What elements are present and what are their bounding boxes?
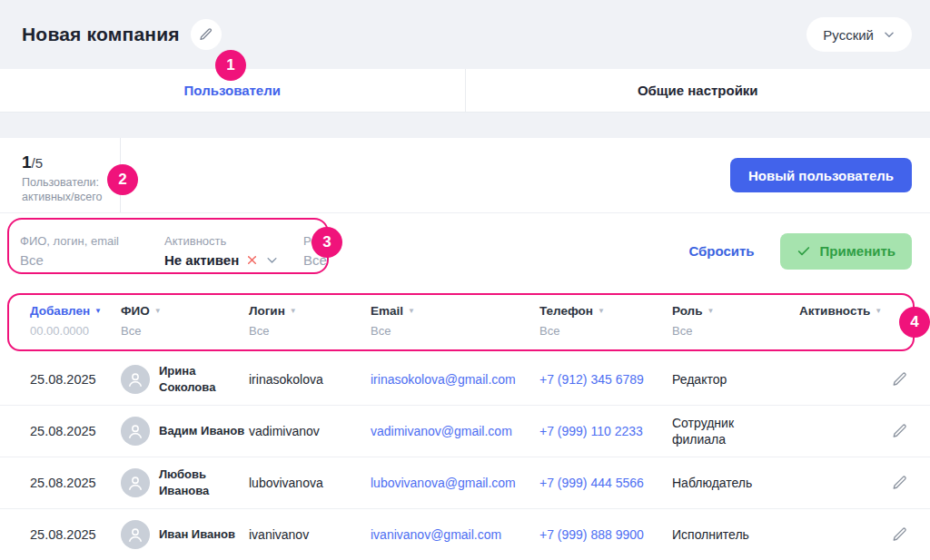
users-stats-card: 1/5 Пользователи: активных/всего [0, 138, 121, 212]
edit-user-button[interactable] [888, 471, 912, 495]
tab-general-settings-label: Общие настройки [638, 83, 758, 98]
cell-email[interactable]: ivanivanov@gmail.com [371, 527, 539, 542]
tab-users-label: Пользователи [184, 83, 281, 98]
filter-role-label: Роль [303, 234, 330, 248]
edit-user-button[interactable] [888, 523, 912, 546]
pencil-icon [892, 423, 908, 439]
filter-search-label: ФИО, логин, email [20, 234, 141, 248]
sort-caret-icon: ▼ [154, 307, 162, 315]
cell-login: ivanivanov [249, 527, 371, 542]
filter-activity-label: Активность [164, 234, 280, 248]
users-count-caption: Пользователи: активных/всего [22, 175, 120, 205]
sort-caret-icon: ▼ [707, 307, 714, 315]
column-login[interactable]: Логин▼ Все [249, 304, 371, 338]
filter-role-value: Все [303, 252, 330, 268]
table-row: 25.08.2025 Ирина Соколова irinasokolova … [0, 354, 930, 406]
active-users-count: 1 [22, 152, 32, 172]
pencil-icon [892, 475, 908, 491]
edit-company-name-button[interactable] [191, 19, 222, 50]
sort-caret-icon: ▼ [94, 307, 102, 315]
table-row: 25.08.2025 Иван Иванов ivanivanov ivaniv… [0, 509, 930, 560]
sort-caret-icon: ▼ [408, 307, 415, 315]
language-selector[interactable]: Русский [806, 17, 912, 52]
cell-date: 25.08.2025 [30, 424, 121, 438]
cell-fio: Иван Иванов [121, 520, 249, 549]
table-row: 25.08.2025 Вадим Иванов vadimivanov vadi… [0, 406, 930, 457]
sort-caret-icon: ▼ [598, 307, 605, 315]
table-body: 25.08.2025 Ирина Соколова irinasokolova … [0, 354, 930, 560]
sort-caret-icon: ▼ [875, 307, 882, 315]
cell-fio: Ирина Соколова [121, 363, 249, 395]
cell-phone[interactable]: +7 (999) 444 5566 [539, 476, 672, 490]
new-user-button[interactable]: Новый пользователь [730, 158, 912, 192]
cell-role: Исполнитель [672, 526, 770, 543]
user-name: Любовь Иванова [159, 467, 245, 498]
user-name: Иван Иванов [159, 526, 235, 543]
edit-user-button[interactable] [888, 368, 912, 391]
cell-phone[interactable]: +7 (999) 110 2233 [539, 424, 672, 438]
column-fio[interactable]: ФИО▼ Все [121, 304, 249, 338]
date-filter-placeholder[interactable]: 00.00.0000 [30, 324, 121, 338]
pencil-icon [892, 371, 908, 388]
user-avatar-icon [121, 468, 150, 497]
table-row: 25.08.2025 Любовь Иванова lubovivanova l… [0, 457, 930, 509]
language-label: Русский [823, 27, 874, 43]
tab-users[interactable]: Пользователи [0, 69, 465, 112]
apply-filters-button[interactable]: Применить [780, 233, 912, 270]
cell-login: vadimivanov [249, 424, 371, 438]
column-phone[interactable]: Телефон▼ Все [539, 304, 672, 338]
users-count: 1/5 [22, 152, 120, 172]
tab-bar: Пользователи Общие настройки [0, 69, 930, 113]
cell-role: Наблюдатель [672, 475, 770, 491]
cell-date: 25.08.2025 [30, 527, 121, 542]
tab-general-settings[interactable]: Общие настройки [465, 69, 930, 112]
app-window: Новая компания Русский Пользователи Общи… [0, 0, 930, 560]
column-activity[interactable]: Активность▼ [799, 304, 888, 318]
cell-email[interactable]: lubovivanova@gmail.com [371, 476, 539, 490]
column-added[interactable]: Добавлен▼ 00.00.0000 [30, 304, 121, 338]
sort-caret-icon: ▼ [290, 307, 297, 315]
cell-email[interactable]: irinasokolova@gmail.com [371, 372, 539, 387]
user-name: Вадим Иванов [159, 423, 244, 439]
user-avatar-icon [121, 520, 150, 549]
cell-phone[interactable]: +7 (999) 888 9900 [539, 527, 672, 542]
cell-role: Редактор [672, 371, 770, 388]
cell-phone[interactable]: +7 (912) 345 6789 [539, 372, 672, 387]
user-avatar-icon [121, 417, 150, 446]
cell-login: lubovivanova [249, 476, 371, 490]
column-email[interactable]: Email▼ Все [371, 304, 539, 338]
cell-date: 25.08.2025 [30, 476, 121, 490]
filter-search-value: Все [20, 252, 141, 268]
cell-fio: Любовь Иванова [121, 467, 249, 498]
chevron-down-icon[interactable] [265, 253, 279, 267]
user-avatar-icon [121, 365, 150, 394]
stats-row: 1/5 Пользователи: активных/всего Новый п… [0, 138, 930, 213]
filter-activity[interactable]: Активность Не активен [164, 234, 280, 268]
chevron-down-icon [883, 28, 895, 41]
clear-filter-icon[interactable] [246, 254, 258, 266]
pencil-icon [892, 526, 908, 543]
table-header: Добавлен▼ 00.00.0000 ФИО▼ Все Логин▼ Все… [0, 289, 930, 354]
user-name: Ирина Соколова [159, 363, 245, 395]
spacer-band [0, 113, 930, 138]
cell-role: Сотрудник филиала [672, 415, 770, 447]
filter-activity-value: Не активен [164, 252, 280, 268]
filter-search[interactable]: ФИО, логин, email Все [20, 234, 141, 268]
page-title: Новая компания [22, 24, 180, 45]
cell-fio: Вадим Иванов [121, 417, 249, 446]
reset-filters-button[interactable]: Сбросить [688, 243, 754, 259]
pencil-icon [199, 27, 213, 42]
edit-user-button[interactable] [888, 419, 912, 443]
cell-email[interactable]: vadimivanov@gmail.com [371, 424, 539, 438]
filter-row: ФИО, логин, email Все Активность Не акти… [0, 213, 930, 289]
cell-login: irinasokolova [249, 372, 371, 387]
top-header: Новая компания Русский [0, 0, 930, 69]
cell-date: 25.08.2025 [30, 372, 121, 387]
filter-role[interactable]: Роль Все [303, 234, 330, 268]
total-users-count: /5 [32, 155, 44, 171]
check-icon [796, 244, 811, 259]
column-role[interactable]: Роль▼ Все [672, 304, 799, 338]
